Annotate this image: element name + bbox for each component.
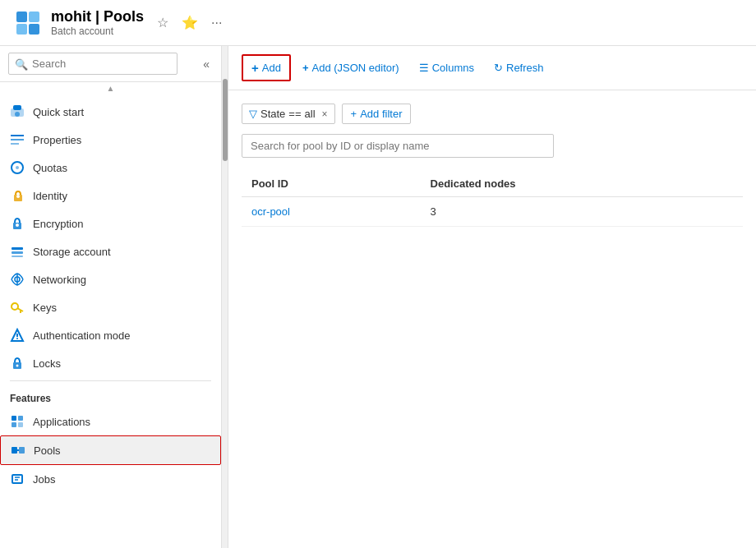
cell-dedicated-nodes: 3 [421, 197, 743, 227]
sidebar-search-area: 🔍 « [0, 46, 221, 82]
jobs-icon [10, 472, 25, 486]
sidebar-item-label: Storage account [33, 246, 111, 258]
pool-id-link[interactable]: ocr-pool [251, 205, 290, 218]
sidebar-item-label: Encryption [33, 218, 83, 230]
add-label: Add [262, 62, 281, 74]
svg-rect-7 [11, 135, 24, 136]
header-title-main: mohit | Pools [51, 8, 144, 25]
svg-rect-32 [18, 422, 23, 427]
add-button[interactable]: + Add [242, 54, 291, 81]
svg-rect-16 [12, 247, 23, 250]
filter-bar: ▽ State == all × + Add filter [242, 104, 743, 124]
column-pool-id: Pool ID [242, 171, 421, 197]
sidebar-item-label: Keys [33, 302, 57, 314]
pools-table: Pool ID Dedicated nodes ocr-pool 3 [242, 171, 743, 227]
sidebar-item-label: Quick start [33, 106, 84, 118]
sidebar-item-identity[interactable]: Identity [0, 182, 221, 210]
networking-icon [10, 272, 25, 287]
sidebar-item-locks[interactable]: Locks [0, 349, 221, 377]
column-dedicated-nodes: Dedicated nodes [421, 171, 743, 197]
add-json-button[interactable]: + Add (JSON editor) [294, 57, 408, 79]
filter-all-label: all [305, 108, 316, 120]
add-filter-label: Add filter [360, 108, 402, 120]
filter-state-label: State [260, 108, 285, 120]
pools-icon [11, 443, 25, 458]
columns-button[interactable]: ☰ Columns [411, 57, 482, 79]
refresh-button[interactable]: ↻ Refresh [486, 57, 552, 79]
sidebar-item-encryption[interactable]: Encryption [0, 210, 221, 237]
sidebar-item-properties[interactable]: Properties [0, 126, 221, 154]
filter-close-button[interactable]: × [322, 108, 328, 120]
sidebar-item-label: Identity [33, 190, 67, 202]
scroll-up-arrow: ▲ [107, 84, 115, 93]
search-wrapper: 🔍 [8, 53, 195, 75]
sidebar-item-keys[interactable]: Keys [0, 293, 221, 321]
sidebar: 🔍 « ▲ Quick start Properties [0, 46, 222, 548]
refresh-label: Refresh [506, 62, 544, 74]
sidebar-item-quick-start[interactable]: Quick start [0, 98, 221, 126]
table-header-row: Pool ID Dedicated nodes [242, 171, 743, 197]
content-toolbar: + Add + Add (JSON editor) ☰ Columns ↻ Re… [228, 46, 756, 90]
sidebar-item-authentication-mode[interactable]: Authentication mode [0, 321, 221, 349]
sidebar-item-label: Properties [33, 134, 81, 146]
sidebar-nav: Quick start Properties Quotas Identity [0, 94, 221, 548]
sidebar-item-jobs[interactable]: Jobs [0, 465, 221, 493]
main-layout: 🔍 « ▲ Quick start Properties [0, 46, 756, 548]
svg-rect-0 [16, 12, 27, 22]
star-icon-button[interactable]: ⭐ [178, 13, 201, 32]
search-icon: 🔍 [15, 58, 28, 70]
sidebar-item-label: Locks [33, 357, 61, 370]
columns-icon: ☰ [419, 62, 429, 74]
collapse-button[interactable]: « [200, 54, 213, 74]
table-row: ocr-pool 3 [242, 197, 743, 227]
pool-search-input[interactable] [242, 134, 554, 158]
search-input[interactable] [8, 53, 177, 75]
properties-icon [10, 132, 25, 147]
filter-eq-label: == [288, 108, 301, 120]
refresh-icon: ↻ [494, 62, 503, 74]
storage-account-icon [10, 244, 25, 259]
encryption-icon [10, 216, 25, 231]
nav-divider [10, 380, 211, 381]
content-body: ▽ State == all × + Add filter Pool ID [228, 90, 756, 548]
header-separator: | [95, 8, 104, 25]
sidebar-item-pools[interactable]: Pools [0, 435, 221, 465]
quick-start-icon [10, 104, 25, 119]
svg-rect-1 [29, 12, 39, 22]
svg-point-11 [16, 166, 19, 169]
sidebar-item-label: Networking [33, 274, 86, 286]
sidebar-item-networking[interactable]: Networking [0, 265, 221, 293]
add-json-label: Add (JSON editor) [312, 62, 399, 74]
sidebar-item-label: Authentication mode [33, 329, 131, 342]
filter-icon: ▽ [249, 108, 257, 120]
favorite-icon-button[interactable]: ☆ [154, 13, 172, 32]
svg-rect-17 [12, 251, 23, 254]
sidebar-item-quotas[interactable]: Quotas [0, 154, 221, 182]
sidebar-item-label: Pools [34, 444, 61, 457]
columns-label: Columns [432, 62, 474, 74]
svg-rect-8 [11, 139, 24, 140]
sidebar-item-label: Quotas [33, 162, 67, 174]
table-header: Pool ID Dedicated nodes [242, 171, 743, 197]
account-name: mohit [51, 8, 91, 25]
sidebar-scrollbar-thumb[interactable] [223, 79, 228, 161]
content-area: + Add + Add (JSON editor) ☰ Columns ↻ Re… [228, 46, 756, 548]
add-filter-button[interactable]: + Add filter [342, 104, 412, 124]
sidebar-item-applications[interactable]: Applications [0, 408, 221, 435]
svg-rect-9 [11, 143, 19, 145]
cell-pool-id: ocr-pool [242, 197, 421, 227]
add-json-icon: + [302, 62, 309, 74]
svg-rect-33 [12, 447, 17, 454]
svg-rect-2 [16, 24, 27, 35]
header-subtitle: Batch account [51, 25, 144, 37]
sidebar-item-label: Applications [33, 416, 90, 428]
svg-point-6 [15, 112, 20, 117]
svg-point-26 [16, 338, 18, 339]
sidebar-item-storage-account[interactable]: Storage account [0, 237, 221, 265]
svg-rect-5 [13, 105, 21, 110]
authentication-mode-icon [10, 328, 25, 343]
more-options-button[interactable]: ··· [208, 13, 225, 32]
quotas-icon [10, 160, 25, 175]
svg-rect-3 [29, 24, 39, 35]
app-icon [13, 8, 43, 38]
